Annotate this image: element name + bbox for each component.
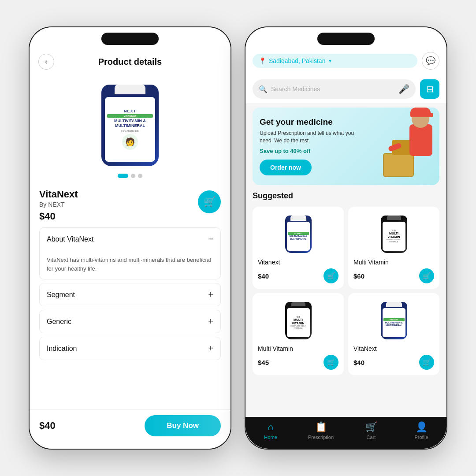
promo-title: Get your medicine xyxy=(260,117,366,127)
home-scroll-content: Get your medicine Upload Prescription an… xyxy=(245,103,446,417)
product-card-bottom-2: $60 🛒 xyxy=(353,268,434,283)
dot-1[interactable] xyxy=(118,174,128,178)
product-price: $40 xyxy=(39,211,78,222)
small-bottle-cap-1 xyxy=(290,216,306,221)
buy-now-button[interactable]: Buy Now xyxy=(145,415,221,436)
product-card-vitanext-2[interactable]: VITANEXT MULTIVITAMIN & MULTIMINERAL Vit… xyxy=(348,293,439,375)
product-card-name-1: Vitanext xyxy=(258,259,338,266)
bottle-icon: 🧑 xyxy=(122,134,138,150)
black-bottle-2: 4⃣8 MULTI VITAMIN COMPLETE DAILY FORMULA xyxy=(285,302,312,339)
product-card-price-2: $60 xyxy=(353,272,364,280)
small-bottle-2: VITANEXT MULTIVITAMIN & MULTIMINERAL xyxy=(381,302,407,339)
add-to-cart-3[interactable]: 🛒 xyxy=(324,355,338,370)
bottle-brand: NEXT xyxy=(124,109,136,113)
accordion-about-text: VitaNext has multi-vitamins and multi-mi… xyxy=(47,257,211,272)
product-card-bottom-4: $40 🛒 xyxy=(353,355,434,370)
bottom-price: $40 xyxy=(39,420,56,431)
phone-notch-right xyxy=(317,33,375,45)
accordion-about-body: VitaNext has multi-vitamins and multi-mi… xyxy=(39,250,221,279)
profile-icon: 👤 xyxy=(416,421,428,433)
prescription-icon: 📋 xyxy=(315,421,327,433)
add-to-cart-2[interactable]: 🛒 xyxy=(419,268,434,283)
bottle-cap xyxy=(115,85,145,94)
chat-button[interactable]: 💬 xyxy=(422,52,439,70)
product-image-area: NEXT VITANEXT MULTIVITAMIN & MULTIMINERA… xyxy=(30,77,231,183)
small-bottle-label-1: VITANEXT MULTIVITAMIN & MULTIMINERAL xyxy=(287,222,310,251)
page-title: Product details xyxy=(54,57,206,67)
product-details-phone: ‹ Product details NEXT VITANEXT MULTIVIT… xyxy=(29,26,231,450)
product-card-price-4: $40 xyxy=(353,359,364,366)
bottle-tagline: For A Healthy Life xyxy=(121,130,138,132)
product-card-img-3: 4⃣8 MULTI VITAMIN COMPLETE DAILY FORMULA xyxy=(258,298,338,342)
home-phone: 📍 Sadiqabad, Pakistan ▾ 💬 🔍 Search Medic… xyxy=(245,26,447,450)
accordion-segment[interactable]: Segment + xyxy=(39,283,221,306)
product-card-name-2: Multi Vitamin xyxy=(353,259,434,266)
home-label: Home xyxy=(264,435,277,440)
nav-profile[interactable]: 👤 Profile xyxy=(406,421,437,440)
order-now-button[interactable]: Order now xyxy=(260,160,312,175)
add-to-cart-4[interactable]: 🛒 xyxy=(419,355,434,370)
delivery-body xyxy=(409,124,432,156)
accordion-about[interactable]: About VitaNext − xyxy=(39,227,221,250)
small-bottle-cap-2 xyxy=(386,302,402,307)
search-input[interactable]: Search Medicines xyxy=(271,86,320,93)
product-name-row: VitaNext By NEXT $40 🛒 xyxy=(39,189,221,222)
nav-home[interactable]: ⌂ Home xyxy=(255,421,286,440)
prescription-label: Prescription xyxy=(308,435,334,440)
add-to-cart-1[interactable]: 🛒 xyxy=(324,268,338,283)
product-card-vitanext[interactable]: VITANEXT MULTIVITAMIN & MULTIMINERAL Vit… xyxy=(253,207,344,289)
suggested-title: Suggested xyxy=(253,191,439,201)
small-bottle-label-2: VITANEXT MULTIVITAMIN & MULTIMINERAL xyxy=(383,308,405,337)
product-card-bottom-1: $40 🛒 xyxy=(258,268,338,283)
back-button[interactable]: ‹ xyxy=(38,54,54,70)
nav-prescription[interactable]: 📋 Prescription xyxy=(305,421,336,440)
black-bottle-label-1: 4⃣8 MULTI VITAMIN COMPLETE DAILY FORMULA xyxy=(383,222,405,251)
microphone-icon[interactable]: 🎤 xyxy=(398,84,409,94)
search-bar[interactable]: 🔍 Search Medicines 🎤 xyxy=(253,79,416,99)
cart-icon: 🛒 xyxy=(365,421,377,433)
add-to-cart-button[interactable]: 🛒 xyxy=(198,190,221,213)
product-card-multivit-2[interactable]: 4⃣8 MULTI VITAMIN COMPLETE DAILY FORMULA… xyxy=(253,293,344,375)
scan-button[interactable]: ⊟ xyxy=(420,79,439,99)
bottle-label: NEXT VITANEXT MULTIVITAMIN & MULTIMINERA… xyxy=(105,97,155,162)
nav-cart[interactable]: 🛒 Cart xyxy=(356,421,387,440)
dot-2[interactable] xyxy=(131,174,135,178)
delivery-illustration xyxy=(379,113,432,177)
accordion-indication[interactable]: Indication + xyxy=(39,337,221,360)
promo-save: Save up to 40% off xyxy=(260,148,366,154)
search-icon: 🔍 xyxy=(259,85,268,93)
accordion-indication-icon: + xyxy=(208,343,213,353)
accordion-list: About VitaNext − VitaNext has multi-vita… xyxy=(39,227,221,364)
accordion-generic-icon: + xyxy=(208,316,213,327)
product-bottle: NEXT VITANEXT MULTIVITAMIN & MULTIMINERA… xyxy=(101,85,159,166)
product-bottom-bar: $40 Buy Now xyxy=(30,409,231,449)
location-selector[interactable]: 📍 Sadiqabad, Pakistan ▾ xyxy=(253,54,417,68)
accordion-generic[interactable]: Generic + xyxy=(39,310,221,333)
product-brand: By NEXT xyxy=(39,201,78,208)
image-dots xyxy=(118,174,142,178)
home-icon: ⌂ xyxy=(268,421,273,433)
search-bar-row: 🔍 Search Medicines 🎤 ⊟ xyxy=(245,75,446,103)
product-card-name-4: VitaNext xyxy=(353,345,434,352)
product-card-name-3: Multi Vitamin xyxy=(258,345,338,352)
location-text: Sadiqabad, Pakistan xyxy=(269,57,325,64)
delivery-box-1 xyxy=(383,153,414,177)
product-image: NEXT VITANEXT MULTIVITAMIN & MULTIMINERA… xyxy=(90,81,170,169)
products-grid: VITANEXT MULTIVITAMIN & MULTIMINERAL Vit… xyxy=(253,207,439,375)
product-card-img-2: 4⃣8 MULTI VITAMIN COMPLETE DAILY FORMULA xyxy=(353,212,434,256)
dot-3[interactable] xyxy=(138,174,142,178)
product-name-group: VitaNext By NEXT $40 xyxy=(39,189,78,222)
black-bottle-cap-1 xyxy=(387,216,401,220)
chevron-down-icon: ▾ xyxy=(329,58,331,64)
bottle-sub-label: VITANEXT xyxy=(107,114,153,118)
accordion-generic-label: Generic xyxy=(47,318,71,326)
product-card-bottom-3: $45 🛒 xyxy=(258,355,338,370)
bottom-nav: ⌂ Home 📋 Prescription 🛒 Cart 👤 Profile xyxy=(245,417,446,449)
delivery-cap-brim xyxy=(410,113,433,117)
product-name: VitaNext xyxy=(39,189,78,200)
product-card-multivit[interactable]: 4⃣8 MULTI VITAMIN COMPLETE DAILY FORMULA… xyxy=(348,207,439,289)
product-card-img-1: VITANEXT MULTIVITAMIN & MULTIMINERAL xyxy=(258,212,338,256)
accordion-segment-icon: + xyxy=(208,290,213,300)
accordion-about-icon: − xyxy=(208,234,213,244)
product-card-price-3: $45 xyxy=(258,359,269,366)
